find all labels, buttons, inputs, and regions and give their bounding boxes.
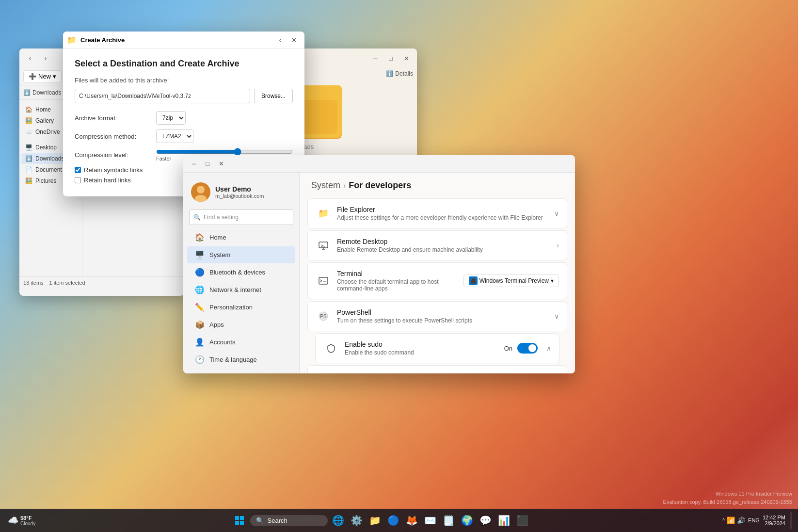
ca-retain-hard-label: Retain hard links xyxy=(84,177,131,184)
remote-desktop-chevron-right-icon: › xyxy=(557,242,559,249)
sw-item-file-explorer[interactable]: 📁 File Explorer Adjust these settings fo… xyxy=(308,199,567,228)
sw-user-info: User Demo m_lab@outlook.com xyxy=(215,185,264,199)
sw-item-powershell[interactable]: PS PowerShell Turn on these settings to … xyxy=(308,302,567,331)
powershell-item-icon: PS xyxy=(316,308,331,324)
ca-archive-format-select[interactable]: 7zip xyxy=(156,111,186,125)
ca-heading: Select a Destination and Create Archive xyxy=(75,59,293,69)
taskbar-app-icon-10[interactable]: 📊 xyxy=(496,513,512,528)
sw-nav-system[interactable]: 🖥️ System xyxy=(187,246,295,263)
onedrive-label: OneDrive xyxy=(35,129,60,135)
documents-label: Document xyxy=(35,166,62,173)
sw-item-powershell-desc: Turn on these settings to execute PowerS… xyxy=(337,317,548,324)
sw-sudo-configure-row[interactable]: Configure how sudo runs applications Inl… xyxy=(307,365,567,373)
sw-item-sudo-text: Enable sudo Enable the sudo command xyxy=(345,340,498,356)
terminal-select-pill[interactable]: ⬛ Windows Terminal Preview ▾ xyxy=(463,274,559,287)
network-tray-icon[interactable]: 📶 xyxy=(727,516,735,524)
ca-retain-hard-checkbox[interactable] xyxy=(75,177,81,183)
ca-compression-level-label: Compression level: xyxy=(75,151,152,159)
taskbar-weather[interactable]: ☁️ 58°F Cloudy xyxy=(4,513,39,528)
sw-item-sudo[interactable]: Enable sudo Enable the sudo command On ∧ xyxy=(316,334,559,363)
ca-compression-method-select[interactable]: LZMA2 xyxy=(156,129,193,143)
fe-new-button[interactable]: ➕ New ▾ xyxy=(23,70,62,82)
sw-item-sudo-desc: Enable the sudo command xyxy=(345,349,498,356)
taskbar-app-icon-7[interactable]: 🗒️ xyxy=(441,513,457,528)
time-nav-icon: 🕐 xyxy=(195,355,205,364)
sw-nav-bluetooth[interactable]: 🔵 Bluetooth & devices xyxy=(187,264,295,281)
selected-count: 1 item selected xyxy=(49,280,85,286)
show-desktop-btn[interactable] xyxy=(790,512,792,529)
ca-back-btn[interactable]: ‹ xyxy=(273,33,287,47)
sw-sudo-configure-select[interactable]: Inline ▾ xyxy=(538,372,559,373)
sw-minimize-btn[interactable]: ─ xyxy=(187,157,201,171)
fe-back-btn[interactable]: ‹ xyxy=(23,51,37,65)
fe-statusbar: 13 items 1 item selected xyxy=(19,276,184,288)
ca-titlebar: 📁 Create Archive ‹ ✕ xyxy=(63,32,304,49)
taskbar-app-icon-5[interactable]: 🦊 xyxy=(404,513,420,528)
taskbar-app-icon-1[interactable]: 🌐 xyxy=(331,513,346,528)
volume-tray-icon[interactable]: 🔊 xyxy=(737,516,745,524)
sw-terminal-action[interactable]: ⬛ Windows Terminal Preview ▾ xyxy=(463,274,559,287)
sw-search-icon: 🔍 xyxy=(193,214,201,221)
weather-temp: 58°F xyxy=(20,515,35,521)
sw-search-placeholder: Find a setting xyxy=(204,214,239,221)
sw-close-btn[interactable]: ✕ xyxy=(214,157,228,171)
sw-nav-accounts-label: Accounts xyxy=(209,339,235,346)
taskbar-app-icon-4[interactable]: 🔵 xyxy=(386,513,401,528)
sw-nav-personalization[interactable]: ✏️ Personalization xyxy=(187,299,295,316)
sw-nav-home[interactable]: 🏠 Home xyxy=(187,229,295,246)
ca-title-text: Create Archive xyxy=(80,36,273,44)
taskbar-app-icon-8[interactable]: 🌍 xyxy=(460,513,475,528)
download-icon: ⬇️ xyxy=(23,89,31,96)
thumb-close-btn[interactable]: ✕ xyxy=(399,51,413,65)
fe-new-icon: ➕ xyxy=(29,73,36,80)
sw-item-remote-desktop[interactable]: Remote Desktop Enable Remote Desktop and… xyxy=(308,231,567,260)
taskbar-clock[interactable]: 12:42 PM 2/9/2024 xyxy=(763,515,785,526)
sw-breadcrumb-parent[interactable]: System xyxy=(311,180,340,191)
ca-compression-slider[interactable] xyxy=(156,148,293,156)
sw-sudo-toggle-row: On xyxy=(504,343,538,354)
chevron-up-icon[interactable]: ^ xyxy=(722,517,725,523)
ca-retain-symbolic-checkbox[interactable] xyxy=(75,167,81,173)
sw-sudo-toggle[interactable] xyxy=(517,343,538,354)
sw-nav-time-label: Time & language xyxy=(209,356,257,363)
details-label: Details xyxy=(395,70,413,77)
sw-nav-apps[interactable]: 📦 Apps xyxy=(187,316,295,333)
sw-item-terminal[interactable]: Terminal Choose the default terminal app… xyxy=(308,263,567,299)
fe-forward-btn[interactable]: › xyxy=(39,51,52,65)
ca-path-input[interactable] xyxy=(75,89,250,103)
avatar xyxy=(191,182,210,202)
taskbar-time: 12:42 PM xyxy=(763,515,785,520)
gallery-icon: 🖼️ xyxy=(25,117,32,124)
thumb-minimize-btn[interactable]: ─ xyxy=(368,51,382,65)
details-button[interactable]: ℹ️ Details xyxy=(386,70,413,77)
desktop-label: Desktop xyxy=(35,144,57,151)
sw-card-powershell: PS PowerShell Turn on these settings to … xyxy=(307,301,567,331)
taskbar-app-icon-3[interactable]: 📁 xyxy=(367,513,383,528)
sw-maximize-btn[interactable]: □ xyxy=(201,157,214,171)
svg-rect-19 xyxy=(240,521,244,525)
sw-nav-accounts[interactable]: 👤 Accounts xyxy=(187,334,295,351)
thumb-maximize-btn[interactable]: □ xyxy=(384,51,398,65)
sw-titlebar: ─ □ ✕ xyxy=(183,155,575,173)
start-button[interactable] xyxy=(232,513,247,528)
sw-nav-network[interactable]: 🌐 Network & internet xyxy=(187,281,295,298)
taskbar-app-icon-11[interactable]: ⬛ xyxy=(515,513,530,528)
taskbar-lang[interactable]: ENG xyxy=(748,517,760,523)
gaming-nav-icon: 🎮 xyxy=(195,372,205,373)
details-icon: ℹ️ xyxy=(386,70,393,77)
taskbar-search-box[interactable]: 🔍 Search xyxy=(250,515,328,526)
system-nav-icon: 🖥️ xyxy=(195,250,205,259)
gallery-label: Gallery xyxy=(35,117,54,124)
sw-item-remote-desktop-desc: Enable Remote Desktop and ensure machine… xyxy=(337,246,551,253)
ca-browse-button[interactable]: Browse... xyxy=(254,89,293,103)
file-explorer-item-icon: 📁 xyxy=(316,206,331,221)
taskbar-app-icon-2[interactable]: ⚙️ xyxy=(349,513,365,528)
taskbar-app-icon-9[interactable]: 💬 xyxy=(478,513,494,528)
taskbar-app-icon-6[interactable]: ✉️ xyxy=(423,513,438,528)
sw-nav-network-label: Network & internet xyxy=(209,286,261,293)
sw-breadcrumb-current: For developers xyxy=(349,180,411,191)
sw-nav-gaming[interactable]: 🎮 Gaming xyxy=(187,369,295,373)
ca-close-btn[interactable]: ✕ xyxy=(287,33,301,47)
sw-nav-time[interactable]: 🕐 Time & language xyxy=(187,351,295,368)
sw-search-box[interactable]: 🔍 Find a setting xyxy=(189,210,293,225)
